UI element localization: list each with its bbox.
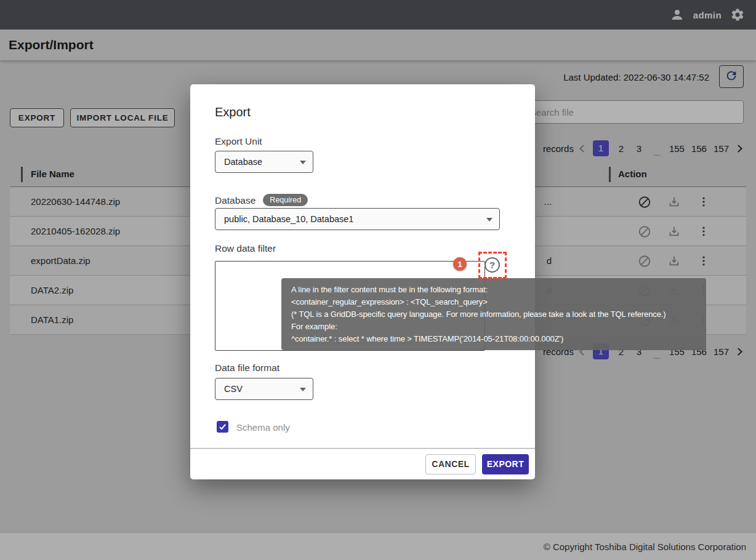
dialog-footer: CANCEL EXPORT <box>190 448 535 479</box>
data-file-format-value: CSV <box>224 384 243 394</box>
export-unit-value: Database <box>224 157 262 167</box>
tooltip-line: For example: <box>291 321 696 333</box>
data-file-format-label: Data file format <box>215 362 279 374</box>
required-badge: Required <box>263 194 308 206</box>
caret-down-icon <box>300 388 306 391</box>
tooltip-line: A line in the filter content must be in … <box>291 284 696 296</box>
data-file-format-select[interactable]: CSV <box>215 378 313 400</box>
page: admin Export/Import Last Updated: 2022-0… <box>0 0 756 560</box>
tooltip-line: (* TQL is a GridDB-specific query langua… <box>291 308 696 321</box>
database-label-text: Database <box>215 195 255 206</box>
error-count-badge: 1 <box>453 257 467 271</box>
cancel-button[interactable]: CANCEL <box>425 454 476 474</box>
dialog-export-button[interactable]: EXPORT <box>482 454 529 474</box>
database-select[interactable]: public, Database_10, Database1 <box>215 208 500 230</box>
tooltip-line: <container_regular_expression> : <TQL_se… <box>291 296 696 308</box>
database-label: DatabaseRequired <box>215 194 308 206</box>
schema-only-checkbox[interactable] <box>217 421 228 433</box>
export-unit-select[interactable]: Database <box>215 151 313 173</box>
schema-only-label: Schema only <box>236 422 290 433</box>
help-icon[interactable]: ? <box>485 257 500 273</box>
row-data-filter-label: Row data filter <box>215 243 276 254</box>
database-value: public, Database_10, Database1 <box>224 214 353 224</box>
export-unit-label: Export Unit <box>215 136 262 147</box>
filter-help-tooltip: A line in the filter content must be in … <box>281 278 706 350</box>
tooltip-line: ^container.* : select * where time > TIM… <box>291 333 696 345</box>
dialog-title: Export <box>215 105 251 119</box>
caret-down-icon <box>486 218 493 222</box>
caret-down-icon <box>300 161 306 164</box>
checkmark-icon <box>218 422 227 431</box>
